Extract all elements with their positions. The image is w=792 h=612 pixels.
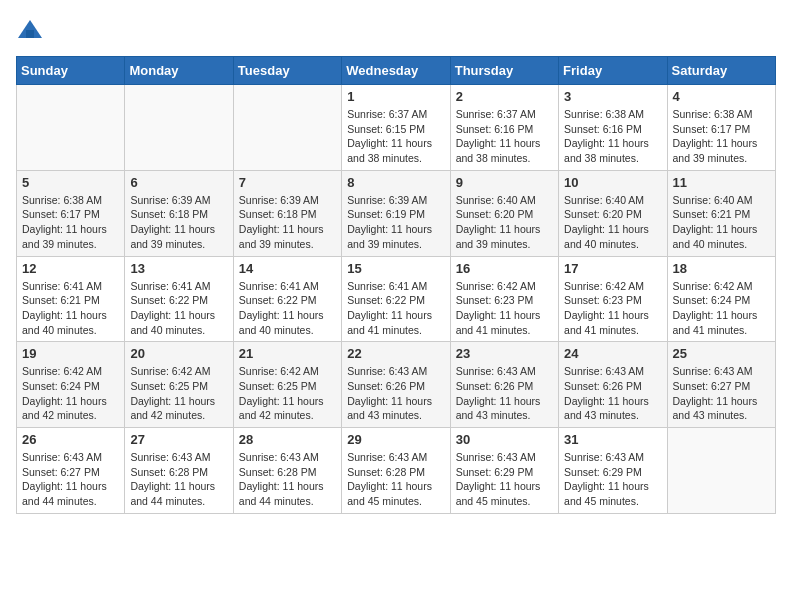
calendar-cell: 12Sunrise: 6:41 AMSunset: 6:21 PMDayligh… [17, 256, 125, 342]
calendar-cell: 11Sunrise: 6:40 AMSunset: 6:21 PMDayligh… [667, 170, 775, 256]
svg-rect-1 [26, 30, 34, 38]
calendar-cell: 31Sunrise: 6:43 AMSunset: 6:29 PMDayligh… [559, 428, 667, 514]
cell-info-text: Sunrise: 6:43 AMSunset: 6:27 PMDaylight:… [673, 364, 770, 423]
cell-info-text: Sunrise: 6:42 AMSunset: 6:25 PMDaylight:… [239, 364, 336, 423]
calendar-cell: 24Sunrise: 6:43 AMSunset: 6:26 PMDayligh… [559, 342, 667, 428]
cell-date-number: 11 [673, 175, 770, 190]
cell-info-text: Sunrise: 6:40 AMSunset: 6:20 PMDaylight:… [564, 193, 661, 252]
cell-date-number: 8 [347, 175, 444, 190]
cell-info-text: Sunrise: 6:40 AMSunset: 6:20 PMDaylight:… [456, 193, 553, 252]
calendar-cell: 4Sunrise: 6:38 AMSunset: 6:17 PMDaylight… [667, 85, 775, 171]
cell-info-text: Sunrise: 6:41 AMSunset: 6:21 PMDaylight:… [22, 279, 119, 338]
day-header-sunday: Sunday [17, 57, 125, 85]
calendar-cell: 1Sunrise: 6:37 AMSunset: 6:15 PMDaylight… [342, 85, 450, 171]
cell-info-text: Sunrise: 6:43 AMSunset: 6:26 PMDaylight:… [564, 364, 661, 423]
cell-info-text: Sunrise: 6:42 AMSunset: 6:23 PMDaylight:… [456, 279, 553, 338]
cell-info-text: Sunrise: 6:37 AMSunset: 6:15 PMDaylight:… [347, 107, 444, 166]
cell-info-text: Sunrise: 6:41 AMSunset: 6:22 PMDaylight:… [130, 279, 227, 338]
cell-date-number: 17 [564, 261, 661, 276]
calendar-cell: 16Sunrise: 6:42 AMSunset: 6:23 PMDayligh… [450, 256, 558, 342]
cell-date-number: 22 [347, 346, 444, 361]
day-header-saturday: Saturday [667, 57, 775, 85]
cell-info-text: Sunrise: 6:43 AMSunset: 6:26 PMDaylight:… [456, 364, 553, 423]
calendar-cell: 30Sunrise: 6:43 AMSunset: 6:29 PMDayligh… [450, 428, 558, 514]
cell-date-number: 20 [130, 346, 227, 361]
calendar-week-5: 26Sunrise: 6:43 AMSunset: 6:27 PMDayligh… [17, 428, 776, 514]
page-header [16, 16, 776, 44]
calendar-cell [667, 428, 775, 514]
calendar-cell: 13Sunrise: 6:41 AMSunset: 6:22 PMDayligh… [125, 256, 233, 342]
day-header-friday: Friday [559, 57, 667, 85]
calendar-cell: 3Sunrise: 6:38 AMSunset: 6:16 PMDaylight… [559, 85, 667, 171]
calendar-cell: 18Sunrise: 6:42 AMSunset: 6:24 PMDayligh… [667, 256, 775, 342]
cell-info-text: Sunrise: 6:43 AMSunset: 6:28 PMDaylight:… [239, 450, 336, 509]
cell-date-number: 13 [130, 261, 227, 276]
calendar-cell: 2Sunrise: 6:37 AMSunset: 6:16 PMDaylight… [450, 85, 558, 171]
cell-date-number: 28 [239, 432, 336, 447]
calendar-table: SundayMondayTuesdayWednesdayThursdayFrid… [16, 56, 776, 514]
calendar-cell: 15Sunrise: 6:41 AMSunset: 6:22 PMDayligh… [342, 256, 450, 342]
calendar-cell: 21Sunrise: 6:42 AMSunset: 6:25 PMDayligh… [233, 342, 341, 428]
cell-info-text: Sunrise: 6:39 AMSunset: 6:18 PMDaylight:… [130, 193, 227, 252]
cell-info-text: Sunrise: 6:42 AMSunset: 6:25 PMDaylight:… [130, 364, 227, 423]
cell-info-text: Sunrise: 6:42 AMSunset: 6:24 PMDaylight:… [22, 364, 119, 423]
cell-date-number: 15 [347, 261, 444, 276]
cell-date-number: 6 [130, 175, 227, 190]
cell-date-number: 26 [22, 432, 119, 447]
cell-date-number: 5 [22, 175, 119, 190]
cell-info-text: Sunrise: 6:39 AMSunset: 6:19 PMDaylight:… [347, 193, 444, 252]
cell-date-number: 4 [673, 89, 770, 104]
cell-date-number: 16 [456, 261, 553, 276]
cell-info-text: Sunrise: 6:40 AMSunset: 6:21 PMDaylight:… [673, 193, 770, 252]
calendar-cell: 28Sunrise: 6:43 AMSunset: 6:28 PMDayligh… [233, 428, 341, 514]
cell-date-number: 25 [673, 346, 770, 361]
calendar-week-2: 5Sunrise: 6:38 AMSunset: 6:17 PMDaylight… [17, 170, 776, 256]
calendar-cell: 26Sunrise: 6:43 AMSunset: 6:27 PMDayligh… [17, 428, 125, 514]
calendar-cell [125, 85, 233, 171]
logo-icon [16, 16, 44, 44]
cell-info-text: Sunrise: 6:43 AMSunset: 6:29 PMDaylight:… [456, 450, 553, 509]
calendar-cell [233, 85, 341, 171]
calendar-cell: 27Sunrise: 6:43 AMSunset: 6:28 PMDayligh… [125, 428, 233, 514]
cell-info-text: Sunrise: 6:42 AMSunset: 6:24 PMDaylight:… [673, 279, 770, 338]
cell-info-text: Sunrise: 6:43 AMSunset: 6:27 PMDaylight:… [22, 450, 119, 509]
cell-date-number: 12 [22, 261, 119, 276]
cell-info-text: Sunrise: 6:43 AMSunset: 6:26 PMDaylight:… [347, 364, 444, 423]
calendar-cell: 5Sunrise: 6:38 AMSunset: 6:17 PMDaylight… [17, 170, 125, 256]
calendar-cell: 6Sunrise: 6:39 AMSunset: 6:18 PMDaylight… [125, 170, 233, 256]
calendar-cell [17, 85, 125, 171]
calendar-cell: 23Sunrise: 6:43 AMSunset: 6:26 PMDayligh… [450, 342, 558, 428]
cell-date-number: 9 [456, 175, 553, 190]
calendar-cell: 22Sunrise: 6:43 AMSunset: 6:26 PMDayligh… [342, 342, 450, 428]
calendar-cell: 14Sunrise: 6:41 AMSunset: 6:22 PMDayligh… [233, 256, 341, 342]
cell-date-number: 1 [347, 89, 444, 104]
cell-date-number: 14 [239, 261, 336, 276]
cell-date-number: 19 [22, 346, 119, 361]
cell-info-text: Sunrise: 6:38 AMSunset: 6:17 PMDaylight:… [22, 193, 119, 252]
day-header-tuesday: Tuesday [233, 57, 341, 85]
day-header-monday: Monday [125, 57, 233, 85]
cell-date-number: 10 [564, 175, 661, 190]
cell-info-text: Sunrise: 6:38 AMSunset: 6:16 PMDaylight:… [564, 107, 661, 166]
calendar-cell: 29Sunrise: 6:43 AMSunset: 6:28 PMDayligh… [342, 428, 450, 514]
cell-date-number: 21 [239, 346, 336, 361]
cell-info-text: Sunrise: 6:38 AMSunset: 6:17 PMDaylight:… [673, 107, 770, 166]
cell-date-number: 30 [456, 432, 553, 447]
cell-date-number: 23 [456, 346, 553, 361]
calendar-week-1: 1Sunrise: 6:37 AMSunset: 6:15 PMDaylight… [17, 85, 776, 171]
cell-date-number: 3 [564, 89, 661, 104]
cell-info-text: Sunrise: 6:37 AMSunset: 6:16 PMDaylight:… [456, 107, 553, 166]
cell-date-number: 29 [347, 432, 444, 447]
calendar-cell: 8Sunrise: 6:39 AMSunset: 6:19 PMDaylight… [342, 170, 450, 256]
cell-info-text: Sunrise: 6:39 AMSunset: 6:18 PMDaylight:… [239, 193, 336, 252]
cell-info-text: Sunrise: 6:43 AMSunset: 6:29 PMDaylight:… [564, 450, 661, 509]
cell-date-number: 27 [130, 432, 227, 447]
calendar-cell: 7Sunrise: 6:39 AMSunset: 6:18 PMDaylight… [233, 170, 341, 256]
cell-date-number: 18 [673, 261, 770, 276]
calendar-cell: 20Sunrise: 6:42 AMSunset: 6:25 PMDayligh… [125, 342, 233, 428]
calendar-cell: 9Sunrise: 6:40 AMSunset: 6:20 PMDaylight… [450, 170, 558, 256]
cell-date-number: 2 [456, 89, 553, 104]
cell-date-number: 7 [239, 175, 336, 190]
cell-info-text: Sunrise: 6:41 AMSunset: 6:22 PMDaylight:… [347, 279, 444, 338]
calendar-week-3: 12Sunrise: 6:41 AMSunset: 6:21 PMDayligh… [17, 256, 776, 342]
